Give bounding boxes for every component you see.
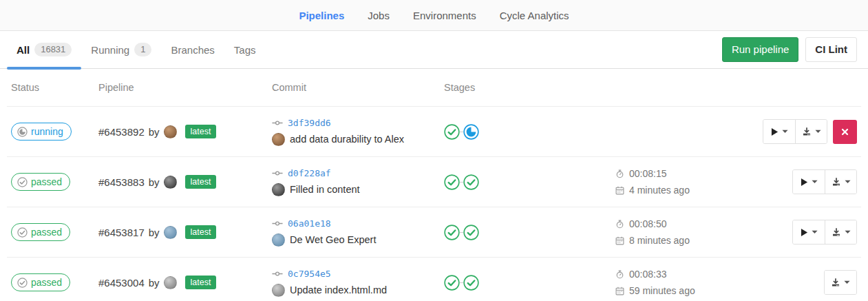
calendar-icon [615,287,624,295]
commit-sha-link[interactable]: d0f228af [288,168,331,178]
caret-down-icon [782,129,788,134]
play-icon [801,178,808,187]
commit-message-link[interactable]: Filled in content [290,184,360,195]
by-text: by [149,277,160,289]
nav-tab-jobs[interactable]: Jobs [368,10,390,21]
by-text: by [149,227,160,238]
play-dropdown-button[interactable] [763,120,795,143]
download-icon [802,127,812,136]
stopwatch-icon [615,169,624,178]
artifacts-dropdown-button[interactable] [795,120,827,143]
commit-author-avatar[interactable] [272,133,285,146]
commit-icon [272,120,283,126]
cancel-pipeline-button[interactable] [833,120,857,144]
column-header-pipeline: Pipeline [98,82,272,93]
pipeline-time-cell: 00:08:3359 minutes ago [615,269,732,296]
pipeline-link[interactable]: #6453004 [98,277,145,289]
commit-author-avatar[interactable] [272,284,285,297]
user-avatar[interactable] [164,176,177,189]
pipeline-status-badge[interactable]: passed [11,273,70,291]
filter-tab-branches[interactable]: Branches [161,31,224,68]
stage-running-icon[interactable] [463,124,479,140]
caret-down-icon [815,129,821,134]
pipeline-row: passed #6453004 by latest 0c7954e5 Updat… [7,258,861,301]
pipeline-row: passed #6453883 by latest d0f228af Fille… [7,157,861,207]
play-dropdown-button[interactable] [793,220,825,244]
commit-author-avatar[interactable] [272,183,285,196]
column-header-commit: Commit [272,82,444,93]
artifacts-dropdown-button[interactable] [825,220,856,244]
filter-tab-running[interactable]: Running1 [81,31,161,68]
artifacts-dropdown-button[interactable] [825,170,856,194]
pipeline-actions-group [824,270,857,295]
commit-message-link[interactable]: Update index.html.md [290,284,387,295]
caret-down-icon [845,180,851,184]
nav-tab-environments[interactable]: Environments [413,10,476,21]
pipeline-status-badge[interactable]: passed [11,173,70,191]
pipelines-table: Status Pipeline Commit Stages running #6… [7,69,861,301]
caret-down-icon [844,280,850,284]
filter-tab-label: Tags [234,44,256,56]
mini-pipeline-graph [444,275,615,291]
pipeline-link[interactable]: #6453892 [98,126,145,138]
commit-message-link[interactable]: De Wet Geo Expert [290,234,376,245]
pipeline-status-badge[interactable]: running [11,123,72,141]
count-badge: 1 [134,43,151,56]
pipeline-actions-cell [824,270,857,295]
user-avatar[interactable] [164,276,177,289]
stage-passed-icon[interactable] [463,174,479,190]
latest-badge: latest [185,225,217,239]
calendar-icon [615,186,624,195]
user-avatar[interactable] [164,125,177,138]
stage-passed-icon[interactable] [444,174,460,190]
check-circle-icon [17,227,28,238]
mini-pipeline-graph [444,124,615,140]
play-icon [771,127,779,136]
stage-passed-icon[interactable] [463,225,479,240]
pipeline-link[interactable]: #6453817 [98,227,145,238]
latest-badge: latest [185,125,217,138]
pipeline-link[interactable]: #6453883 [98,176,145,188]
check-circle-icon [17,278,28,288]
status-label: passed [31,176,62,187]
latest-badge: latest [185,276,217,289]
filter-tab-all[interactable]: All16831 [7,31,81,68]
mini-pipeline-graph [444,174,615,190]
pipeline-duration: 00:08:50 [615,218,732,229]
filter-tab-label: Running [91,44,129,56]
filter-tab-tags[interactable]: Tags [224,31,266,68]
commit-sha-link[interactable]: 0c7954e5 [288,269,331,279]
commit-sha-link[interactable]: 06a01e18 [288,218,331,229]
pipeline-actions-group [792,220,857,245]
user-avatar[interactable] [164,226,177,239]
commit-sha-link[interactable]: 3df39dd6 [288,118,331,128]
commit-icon [272,271,283,277]
stopwatch-icon [615,220,624,229]
artifacts-dropdown-button[interactable] [825,271,856,294]
stopwatch-icon [615,270,624,279]
commit-message-link[interactable]: add data durability to Alex [290,134,404,145]
filter-tab-label: All [17,44,30,56]
stage-passed-icon[interactable] [444,124,460,140]
play-dropdown-button[interactable] [793,170,825,194]
latest-badge: latest [185,175,217,189]
pipeline-finished-ago: 8 minutes ago [615,235,732,246]
pipeline-finished-ago: 4 minutes ago [615,185,732,196]
pipeline-status-badge[interactable]: passed [11,223,70,241]
check-circle-icon [17,177,28,187]
status-label: running [31,126,63,137]
run-pipeline-button[interactable]: Run pipeline [722,37,798,63]
commit-icon [272,170,283,176]
stage-passed-icon[interactable] [463,275,479,291]
commit-author-avatar[interactable] [272,233,285,247]
by-text: by [149,176,160,188]
ci-lint-button[interactable]: CI Lint [805,37,857,63]
stage-passed-icon[interactable] [444,225,460,240]
pipeline-actions-cell [763,119,857,144]
stage-passed-icon[interactable] [444,275,460,291]
table-header: Status Pipeline Commit Stages [7,69,861,107]
nav-tab-pipelines[interactable]: Pipelines [299,10,344,21]
nav-tab-cycle-analytics[interactable]: Cycle Analytics [500,10,569,21]
pipeline-actions-cell [792,220,857,245]
pipeline-time-cell: 00:08:154 minutes ago [615,168,732,196]
